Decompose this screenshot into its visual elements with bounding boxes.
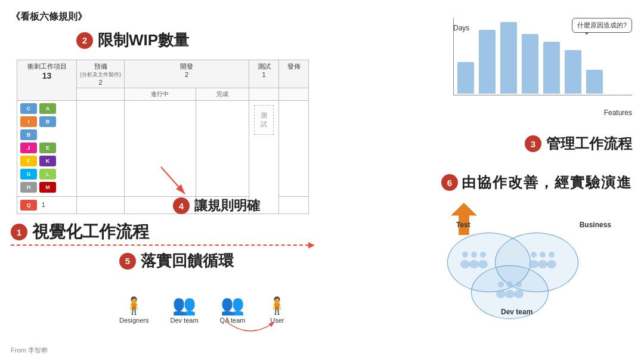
card-h: H xyxy=(20,182,37,193)
rule1-label: 視覺化工作流程 xyxy=(32,221,149,243)
svg-point-12 xyxy=(538,260,547,268)
svg-point-4 xyxy=(460,260,470,268)
designers-label: Designers xyxy=(119,317,149,324)
devteam-label: Dev team xyxy=(171,317,199,324)
col-test-label: 測試 xyxy=(252,62,276,71)
rule2-label: 限制WIP數量 xyxy=(98,30,189,51)
rule1-arrow xyxy=(11,245,309,246)
chart-area: 什麼原因造成的? Days Features xyxy=(453,18,632,113)
rule1-number: 1 xyxy=(11,224,27,240)
chart-section: 什麼原因造成的? Days Features xyxy=(429,18,632,149)
svg-point-5 xyxy=(471,252,477,258)
chart-bar xyxy=(565,50,581,94)
chart-bar xyxy=(500,22,517,94)
col-dev-inprogress: 進行中 xyxy=(125,88,196,101)
venn-container: Test Business Dev team xyxy=(447,215,614,319)
svg-point-8 xyxy=(478,260,488,268)
rule6-area: 6 由協作改善，經實驗演進 xyxy=(441,173,632,192)
svg-point-16 xyxy=(496,290,506,298)
team-dev: 👥 Dev team xyxy=(171,295,199,324)
rule4-area: 4 讓規則明確 xyxy=(173,197,260,215)
rule4-label: 讓規則明確 xyxy=(194,197,260,215)
card-b1: B xyxy=(39,116,56,127)
card-k: K xyxy=(39,156,56,166)
svg-point-19 xyxy=(516,281,522,287)
svg-point-13 xyxy=(549,252,555,258)
card-g: G xyxy=(20,169,37,180)
speech-bubble: 什麼原因造成的? xyxy=(572,18,632,33)
rule4-number: 4 xyxy=(173,197,190,214)
svg-point-7 xyxy=(480,252,486,258)
rule6-badge: 6 由協作改善，經實驗演進 xyxy=(441,173,632,192)
col-release-label: 發佈 xyxy=(279,60,309,88)
col-backlog-count: 13 xyxy=(20,71,74,81)
page-title: 《看板六條規則》 xyxy=(11,11,87,23)
chart-bar xyxy=(457,62,474,94)
svg-point-15 xyxy=(498,281,504,287)
col-prep-label: 預備 xyxy=(79,62,122,71)
col-prep-count: 2 xyxy=(79,79,122,86)
svg-line-1 xyxy=(161,167,185,194)
svg-point-6 xyxy=(469,260,479,268)
card-f: F xyxy=(20,156,37,166)
rule3-number: 3 xyxy=(525,135,541,152)
col-test-count: 1 xyxy=(252,71,276,78)
card-l: L xyxy=(39,169,56,180)
qateam-icon: 👥 xyxy=(221,295,244,314)
user-icon: 🧍 xyxy=(267,298,287,314)
card-e: E xyxy=(39,143,56,153)
rule1-badge: 1 視覺化工作流程 xyxy=(11,221,149,243)
rule4-arrow-svg xyxy=(155,161,191,197)
venn-people-dev xyxy=(492,277,528,304)
venn-business-label: Business xyxy=(580,221,611,229)
rule5-area: 5 落實回饋循環 xyxy=(119,250,234,271)
rule5-number: 5 xyxy=(119,253,136,270)
rule3-area: 3 管理工作流程 xyxy=(525,134,632,153)
col-dev-count: 2 xyxy=(127,71,246,78)
col-prep-sub: (分析及文件製作) xyxy=(79,71,122,79)
rule2-badge: 2 限制WIP數量 xyxy=(76,30,189,51)
team-designers: 🧍 Designers xyxy=(119,298,149,324)
svg-point-17 xyxy=(507,281,513,287)
card-m: M xyxy=(39,182,56,193)
card-a: A xyxy=(39,103,56,114)
chart-y-label: Days xyxy=(453,24,469,32)
chart-bar xyxy=(522,34,538,94)
rule1-area: 1 視覺化工作流程 xyxy=(11,221,149,243)
curved-arrow-svg xyxy=(221,319,280,340)
card-b2: B xyxy=(20,129,37,140)
rule6-number: 6 xyxy=(441,174,458,191)
venn-people-business xyxy=(525,247,561,274)
svg-point-3 xyxy=(462,252,468,258)
venn-test-label: Test xyxy=(456,221,470,229)
rule5-label: 落實回饋循環 xyxy=(141,250,234,271)
test-inner: 測試 xyxy=(254,105,274,135)
chart-x-label: Features xyxy=(453,109,632,117)
svg-point-10 xyxy=(529,260,538,268)
svg-point-14 xyxy=(547,260,556,268)
card-q: Q xyxy=(20,200,37,211)
rule3-badge: 3 管理工作流程 xyxy=(525,134,632,153)
from-label: From 李智桦 xyxy=(11,346,48,355)
svg-point-20 xyxy=(514,290,524,298)
rule3-label: 管理工作流程 xyxy=(546,134,632,153)
chart-bar xyxy=(586,70,603,94)
col-dev-done: 完成 xyxy=(196,88,249,101)
rule2-number: 2 xyxy=(76,32,93,49)
chart-bar xyxy=(479,30,496,94)
devteam-icon: 👥 xyxy=(172,295,196,314)
card-j: J xyxy=(20,143,37,153)
card-c: C xyxy=(20,103,37,114)
venn-area: Test Business Dev team xyxy=(447,215,632,334)
venn-people-test xyxy=(456,247,492,274)
rule5-badge: 5 落實回饋循環 xyxy=(119,250,234,271)
col-backlog-label: 衝刺工作項目 xyxy=(20,62,74,71)
card-i: I xyxy=(20,116,37,127)
chart-bar xyxy=(543,42,560,94)
svg-point-18 xyxy=(505,290,515,298)
rule6-label: 由協作改善，經實驗演進 xyxy=(462,173,632,192)
svg-point-9 xyxy=(531,252,537,258)
col-dev-label: 開發 xyxy=(127,62,246,71)
rule4-badge: 4 讓規則明確 xyxy=(173,197,260,215)
svg-point-11 xyxy=(540,252,546,258)
